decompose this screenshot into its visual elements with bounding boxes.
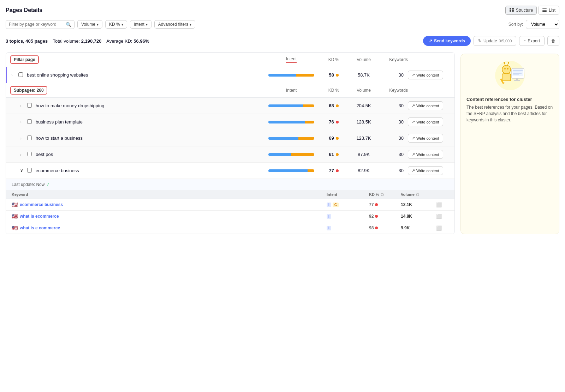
kw-col-volume: Volume ⬡ xyxy=(401,192,436,197)
copy-icon[interactable]: ⬜ xyxy=(436,225,442,231)
intent-badges: I C xyxy=(327,203,339,207)
kw-col-kd: KD % ⬡ xyxy=(369,192,401,197)
action-buttons: ↗ Send keywords ↻ Update 0/5,000 ↑ Expor… xyxy=(423,36,559,46)
pillar-badge: Pillar page xyxy=(10,55,39,64)
delete-button[interactable]: 🗑 xyxy=(547,36,559,46)
row-checkbox[interactable] xyxy=(18,72,25,78)
sub-volume-header: Volume xyxy=(348,88,380,93)
flag-icon: 🇺🇸 xyxy=(12,202,18,207)
intent-filter[interactable]: Intent ▾ xyxy=(130,20,151,29)
filters-bar: 🔍 Volume ▾ KD % ▾ Intent ▾ Advanced filt… xyxy=(6,20,559,29)
column-headers: Intent KD % Volume Keywords xyxy=(263,56,450,63)
chevron-down-icon: ▾ xyxy=(146,23,148,26)
volume-filter[interactable]: Volume ▾ xyxy=(77,20,102,29)
sort-select[interactable]: Volume KD % Keywords xyxy=(526,20,559,29)
structure-view-button[interactable]: Structure xyxy=(505,6,537,15)
keyword-link[interactable]: what is e commerce xyxy=(20,225,60,230)
expand-icon[interactable]: › xyxy=(20,120,27,124)
export-icon: ↑ xyxy=(524,38,526,43)
pillar-row-title: best online shopping websites xyxy=(25,72,263,78)
chevron-down-icon: ▾ xyxy=(97,23,99,26)
svg-point-9 xyxy=(504,68,506,70)
ecommerce-row: ∨ ecommerce business 77 xyxy=(6,163,454,179)
export-button[interactable]: ↑ Export xyxy=(519,36,545,46)
table-section: Pillar page Intent KD % Volume Keywords … xyxy=(6,52,455,234)
content-reference-illustration xyxy=(489,60,531,91)
copy-icon[interactable]: ⬜ xyxy=(436,214,442,219)
svg-rect-1 xyxy=(512,8,514,10)
subpage-row-0: › how to make money dropshipping 68 204.… xyxy=(6,98,454,114)
search-icon: 🔍 xyxy=(66,22,71,27)
kw-sub-0: 30 xyxy=(380,103,408,108)
expand-icon[interactable]: › xyxy=(20,104,27,108)
intent-bar-pillar xyxy=(263,74,320,77)
kd-dot xyxy=(336,137,339,140)
write-content-button[interactable]: ↗ Write content xyxy=(408,150,443,159)
subpage-row-1: › business plan template 76 128.5K xyxy=(6,114,454,130)
write-content-button[interactable]: ↗ Write content xyxy=(408,166,443,175)
list-view-button[interactable]: List xyxy=(538,6,559,15)
send-keywords-button[interactable]: ↗ Send keywords xyxy=(423,36,471,46)
sub-keywords-header: Keywords xyxy=(380,88,408,93)
keyword-link[interactable]: ecommerce business xyxy=(20,202,63,207)
flag-icon: 🇺🇸 xyxy=(12,225,18,231)
illustration xyxy=(466,60,553,92)
advanced-filters-button[interactable]: Advanced filters ▾ xyxy=(154,20,195,29)
kw-kd-1: 92 xyxy=(369,214,401,219)
kw-col-keyword: Keyword xyxy=(12,192,327,197)
copy-icon[interactable]: ⬜ xyxy=(436,202,442,207)
kd-dot xyxy=(375,203,378,206)
kw-ecommerce: 30 xyxy=(380,168,408,173)
expand-icon[interactable]: › xyxy=(20,136,27,140)
svg-rect-2 xyxy=(510,10,511,12)
search-wrap: 🔍 xyxy=(6,20,75,29)
ecommerce-title: ecommerce business xyxy=(34,168,263,173)
vol-sub-0: 204.5K xyxy=(348,103,380,108)
kd-dot xyxy=(336,169,339,172)
keyword-link[interactable]: what is ecommerce xyxy=(20,214,59,219)
expand-icon[interactable]: › xyxy=(20,152,27,157)
subpage-title-3: best pos xyxy=(34,152,263,157)
kw-col-intent: Intent xyxy=(327,192,369,197)
write-content-button[interactable]: ↗ Write content xyxy=(408,134,443,143)
svg-point-10 xyxy=(507,68,509,70)
svg-rect-4 xyxy=(542,8,547,9)
kw-row-2: 🇺🇸 what is e commerce I 98 xyxy=(6,222,454,234)
kw-row-0: 🇺🇸 ecommerce business I C xyxy=(6,199,454,211)
svg-rect-3 xyxy=(512,10,514,12)
update-button[interactable]: ↻ Update 0/5,000 xyxy=(474,36,516,46)
kd-dot xyxy=(336,153,339,156)
subpage-title-0: how to make money dropshipping xyxy=(34,103,263,108)
expand-icon[interactable]: ∨ xyxy=(20,168,27,173)
write-content-button[interactable]: ↗ Write content xyxy=(408,71,443,79)
kw-row-1: 🇺🇸 what is ecommerce I 92 xyxy=(6,211,454,222)
write-icon: ↗ xyxy=(412,120,415,124)
kd-sub-0: 68 xyxy=(320,103,348,108)
kd-sub-3: 61 xyxy=(320,152,348,157)
sort-by-label: Sort by: xyxy=(509,22,523,27)
badge-i: I xyxy=(327,203,331,207)
search-input[interactable] xyxy=(9,22,64,27)
kd-ecommerce: 77 xyxy=(320,168,348,173)
keywords-pillar: 30 xyxy=(380,72,408,78)
expand-icon[interactable]: › xyxy=(11,73,18,77)
intent-badges: I xyxy=(327,214,331,219)
kw-header-row: Keyword Intent KD % ⬡ Volume ⬡ xyxy=(6,190,454,199)
keywords-col-header: Keywords xyxy=(380,57,408,62)
last-update-bar: Last update: Now ✓ xyxy=(6,179,454,190)
svg-rect-5 xyxy=(542,10,547,11)
write-content-button[interactable]: ↗ Write content xyxy=(408,117,443,126)
header: Pages Details Structure List xyxy=(6,6,559,15)
write-icon: ↗ xyxy=(412,73,415,77)
kd-filter[interactable]: KD % ▾ xyxy=(105,20,127,29)
kd-dot xyxy=(336,121,339,123)
write-content-pillar: ↗ Write content xyxy=(408,71,450,79)
svg-point-8 xyxy=(502,65,511,74)
chevron-down-icon: ▾ xyxy=(121,23,123,26)
write-content-button[interactable]: ↗ Write content xyxy=(408,101,443,110)
svg-rect-6 xyxy=(542,11,547,12)
svg-point-12 xyxy=(504,62,505,64)
filter-icon: ⬡ xyxy=(381,193,384,197)
subpage-title-2: how to start a business xyxy=(34,135,263,141)
pillar-header-row: Pillar page Intent KD % Volume Keywords xyxy=(6,53,454,67)
